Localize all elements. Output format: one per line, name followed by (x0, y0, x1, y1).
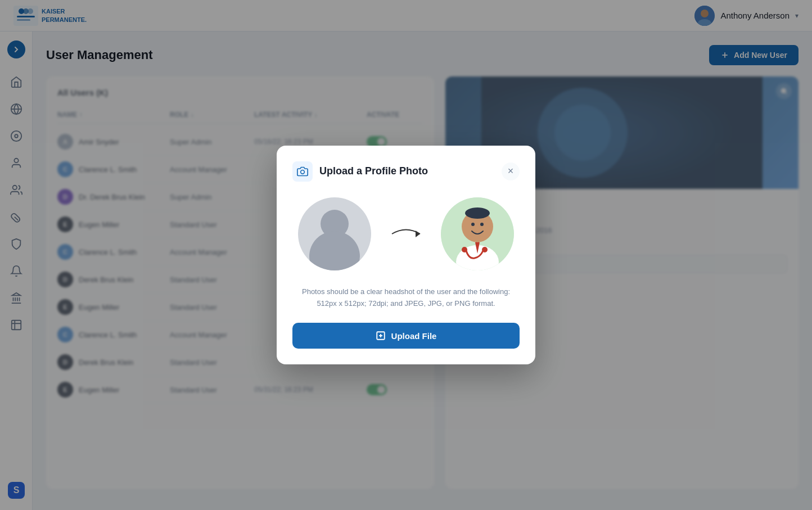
svg-point-33 (462, 247, 467, 252)
instruction-text: Photos should be a clear headshot of the… (292, 286, 520, 310)
arrow-icon (389, 223, 423, 245)
modal-header: Upload a Profile Photo × (292, 161, 520, 182)
svg-point-29 (301, 170, 305, 174)
svg-point-38 (480, 223, 484, 226)
upload-file-button[interactable]: Upload File (292, 323, 520, 349)
svg-point-34 (482, 247, 488, 252)
camera-icon (292, 161, 313, 182)
modal-overlay: Upload a Profile Photo × (0, 0, 812, 510)
upload-photo-modal: Upload a Profile Photo × (277, 146, 535, 365)
svg-point-37 (471, 223, 475, 226)
modal-title-row: Upload a Profile Photo (292, 161, 428, 182)
svg-point-39 (465, 207, 490, 219)
placeholder-avatar (298, 197, 371, 270)
placeholder-body (309, 231, 360, 270)
svg-marker-30 (416, 231, 420, 237)
modal-title: Upload a Profile Photo (319, 165, 428, 177)
close-button[interactable]: × (502, 163, 520, 180)
doctor-avatar (441, 197, 514, 270)
photo-area (292, 197, 520, 270)
upload-file-label: Upload File (391, 331, 437, 341)
